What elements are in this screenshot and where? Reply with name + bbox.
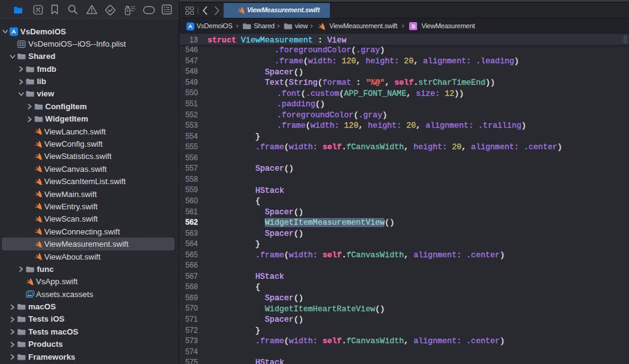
svg-text:S: S [412,23,415,29]
